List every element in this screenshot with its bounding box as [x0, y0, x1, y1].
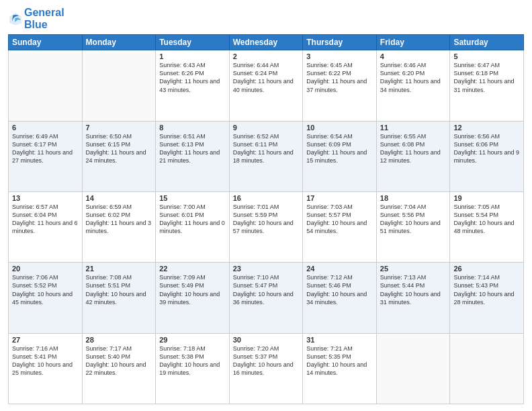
sunset-text: Sunset: 5:51 PM — [86, 281, 152, 289]
sunrise-text: Sunrise: 7:05 AM — [453, 203, 520, 211]
daylight-text: Daylight: 10 hours and 45 minutes. — [12, 290, 79, 306]
calendar-week-2: 6Sunrise: 6:49 AMSunset: 6:17 PMDaylight… — [9, 121, 524, 191]
sunrise-text: Sunrise: 7:18 AM — [159, 345, 226, 353]
sunrise-text: Sunrise: 6:57 AM — [12, 203, 79, 211]
calendar-cell: 10Sunrise: 6:54 AMSunset: 6:09 PMDayligh… — [303, 121, 377, 191]
calendar-cell: 26Sunrise: 7:14 AMSunset: 5:43 PMDayligh… — [450, 263, 524, 333]
day-number: 29 — [159, 336, 226, 344]
sunrise-text: Sunrise: 7:12 AM — [306, 273, 373, 281]
sunrise-text: Sunrise: 6:50 AM — [86, 132, 152, 140]
sunset-text: Sunset: 5:44 PM — [380, 281, 447, 289]
day-number: 23 — [233, 265, 300, 273]
calendar-week-5: 27Sunrise: 7:16 AMSunset: 5:41 PMDayligh… — [9, 333, 524, 404]
day-number: 19 — [453, 194, 520, 202]
daylight-text: Daylight: 10 hours and 57 minutes. — [233, 219, 300, 235]
logo-text: General Blue — [24, 7, 64, 30]
calendar-cell: 14Sunrise: 6:59 AMSunset: 6:02 PMDayligh… — [82, 191, 156, 262]
calendar-cell: 9Sunrise: 6:52 AMSunset: 6:11 PMDaylight… — [229, 121, 303, 191]
weekday-tuesday: Tuesday — [156, 35, 230, 50]
calendar-cell: 13Sunrise: 6:57 AMSunset: 6:04 PMDayligh… — [9, 191, 83, 262]
calendar-week-3: 13Sunrise: 6:57 AMSunset: 6:04 PMDayligh… — [9, 191, 524, 262]
daylight-text: Daylight: 11 hours and 31 minutes. — [453, 77, 520, 93]
daylight-text: Daylight: 10 hours and 48 minutes. — [453, 219, 520, 235]
day-number: 26 — [453, 265, 520, 273]
sunset-text: Sunset: 5:57 PM — [306, 211, 373, 219]
cell-content: Sunrise: 6:47 AMSunset: 6:18 PMDaylight:… — [453, 61, 520, 94]
sunset-text: Sunset: 5:59 PM — [233, 211, 300, 219]
cell-content: Sunrise: 6:55 AMSunset: 6:08 PMDaylight:… — [380, 132, 447, 165]
daylight-text: Daylight: 10 hours and 54 minutes. — [306, 219, 373, 235]
day-number: 4 — [380, 52, 447, 60]
sunset-text: Sunset: 5:43 PM — [453, 281, 520, 289]
day-number: 17 — [306, 194, 373, 202]
cell-content: Sunrise: 6:56 AMSunset: 6:06 PMDaylight:… — [453, 132, 520, 165]
logo-icon — [8, 11, 23, 26]
sunset-text: Sunset: 6:01 PM — [159, 211, 226, 219]
cell-content: Sunrise: 7:16 AMSunset: 5:41 PMDaylight:… — [12, 345, 79, 377]
calendar-cell: 30Sunrise: 7:20 AMSunset: 5:37 PMDayligh… — [229, 333, 303, 404]
cell-content: Sunrise: 7:21 AMSunset: 5:35 PMDaylight:… — [306, 345, 373, 377]
weekday-thursday: Thursday — [303, 35, 377, 50]
cell-content: Sunrise: 6:49 AMSunset: 6:17 PMDaylight:… — [12, 132, 79, 165]
day-number: 11 — [380, 124, 447, 132]
weekday-monday: Monday — [82, 35, 156, 50]
weekday-friday: Friday — [376, 35, 450, 50]
sunrise-text: Sunrise: 7:09 AM — [159, 273, 226, 281]
calendar-cell: 1Sunrise: 6:43 AMSunset: 6:26 PMDaylight… — [156, 50, 230, 121]
sunset-text: Sunset: 5:41 PM — [12, 353, 79, 361]
sunrise-text: Sunrise: 6:45 AM — [306, 61, 373, 69]
sunset-text: Sunset: 6:04 PM — [12, 211, 79, 219]
calendar-cell: 19Sunrise: 7:05 AMSunset: 5:54 PMDayligh… — [450, 191, 524, 262]
daylight-text: Daylight: 11 hours and 3 minutes. — [86, 219, 152, 235]
sunset-text: Sunset: 6:06 PM — [453, 140, 520, 148]
calendar-cell: 23Sunrise: 7:10 AMSunset: 5:47 PMDayligh… — [229, 263, 303, 333]
calendar-cell: 16Sunrise: 7:01 AMSunset: 5:59 PMDayligh… — [229, 191, 303, 262]
sunset-text: Sunset: 6:26 PM — [159, 69, 226, 77]
day-number: 22 — [159, 265, 226, 273]
sunrise-text: Sunrise: 6:59 AM — [86, 203, 152, 211]
sunset-text: Sunset: 6:15 PM — [86, 140, 152, 148]
calendar-cell: 22Sunrise: 7:09 AMSunset: 5:49 PMDayligh… — [156, 263, 230, 333]
daylight-text: Daylight: 11 hours and 6 minutes. — [12, 219, 79, 235]
calendar-cell: 4Sunrise: 6:46 AMSunset: 6:20 PMDaylight… — [376, 50, 450, 121]
daylight-text: Daylight: 10 hours and 42 minutes. — [86, 290, 152, 306]
calendar-week-1: 1Sunrise: 6:43 AMSunset: 6:26 PMDaylight… — [9, 50, 524, 121]
calendar-cell: 11Sunrise: 6:55 AMSunset: 6:08 PMDayligh… — [376, 121, 450, 191]
cell-content: Sunrise: 6:45 AMSunset: 6:22 PMDaylight:… — [306, 61, 373, 94]
calendar-cell: 24Sunrise: 7:12 AMSunset: 5:46 PMDayligh… — [303, 263, 377, 333]
calendar-cell: 28Sunrise: 7:17 AMSunset: 5:40 PMDayligh… — [82, 333, 156, 404]
cell-content: Sunrise: 7:14 AMSunset: 5:43 PMDaylight:… — [453, 273, 520, 306]
weekday-header-row: SundayMondayTuesdayWednesdayThursdayFrid… — [9, 35, 524, 50]
daylight-text: Daylight: 11 hours and 43 minutes. — [159, 77, 226, 93]
daylight-text: Daylight: 10 hours and 22 minutes. — [86, 361, 152, 377]
sunset-text: Sunset: 6:17 PM — [12, 140, 79, 148]
calendar-cell: 15Sunrise: 7:00 AMSunset: 6:01 PMDayligh… — [156, 191, 230, 262]
sunset-text: Sunset: 6:24 PM — [233, 69, 300, 77]
cell-content: Sunrise: 7:10 AMSunset: 5:47 PMDaylight:… — [233, 273, 300, 306]
day-number: 24 — [306, 265, 373, 273]
day-number: 12 — [453, 124, 520, 132]
day-number: 16 — [233, 194, 300, 202]
day-number: 20 — [12, 265, 79, 273]
sunrise-text: Sunrise: 6:55 AM — [380, 132, 447, 140]
sunrise-text: Sunrise: 6:44 AM — [233, 61, 300, 69]
cell-content: Sunrise: 7:04 AMSunset: 5:56 PMDaylight:… — [380, 203, 447, 236]
calendar-cell: 25Sunrise: 7:13 AMSunset: 5:44 PMDayligh… — [376, 263, 450, 333]
cell-content: Sunrise: 7:03 AMSunset: 5:57 PMDaylight:… — [306, 203, 373, 236]
day-number: 21 — [86, 265, 152, 273]
sunset-text: Sunset: 6:20 PM — [380, 69, 447, 77]
calendar-cell — [9, 50, 83, 121]
cell-content: Sunrise: 7:12 AMSunset: 5:46 PMDaylight:… — [306, 273, 373, 306]
sunrise-text: Sunrise: 7:10 AM — [233, 273, 300, 281]
sunset-text: Sunset: 5:40 PM — [86, 353, 152, 361]
calendar-cell — [450, 333, 524, 404]
daylight-text: Daylight: 10 hours and 19 minutes. — [159, 361, 226, 377]
calendar-cell: 2Sunrise: 6:44 AMSunset: 6:24 PMDaylight… — [229, 50, 303, 121]
calendar-cell: 18Sunrise: 7:04 AMSunset: 5:56 PMDayligh… — [376, 191, 450, 262]
weekday-saturday: Saturday — [450, 35, 524, 50]
sunrise-text: Sunrise: 7:13 AM — [380, 273, 447, 281]
logo: General Blue — [8, 7, 64, 30]
day-number: 18 — [380, 194, 447, 202]
cell-content: Sunrise: 7:06 AMSunset: 5:52 PMDaylight:… — [12, 273, 79, 306]
cell-content: Sunrise: 7:00 AMSunset: 6:01 PMDaylight:… — [159, 203, 226, 236]
